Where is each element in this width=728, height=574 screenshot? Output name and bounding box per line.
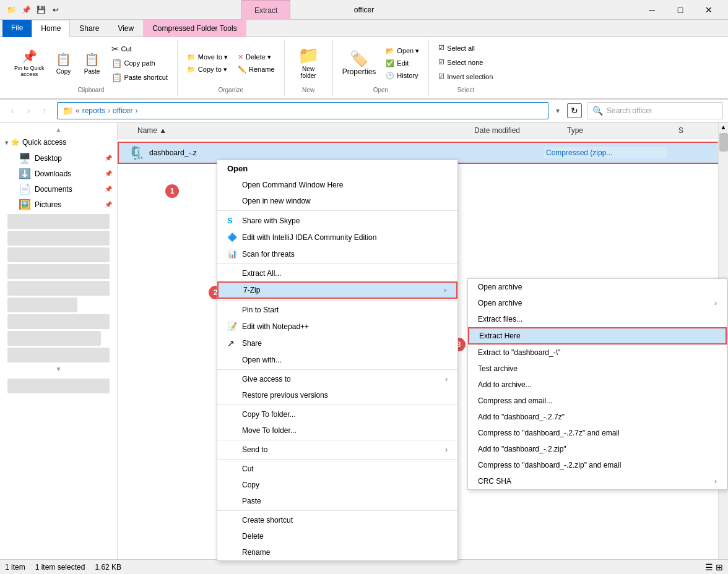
- menu-item-open-new-window[interactable]: Open in new window: [217, 193, 457, 209]
- col-name[interactable]: Name ▲: [132, 125, 469, 136]
- file-name: dashboard_-.z: [149, 148, 451, 157]
- submenu-extract-here[interactable]: Extract Here: [468, 327, 727, 345]
- tab-file[interactable]: File: [2, 20, 32, 37]
- tab-home[interactable]: Home: [32, 20, 70, 37]
- tab-view[interactable]: View: [108, 20, 143, 37]
- menu-item-notepad[interactable]: 📝 Edit with Notepad++: [217, 318, 457, 335]
- back-button[interactable]: ‹: [5, 103, 20, 118]
- submenu-compress-email[interactable]: Compress and email...: [468, 393, 727, 409]
- copy-to-button[interactable]: 📁 Copy to ▾: [183, 64, 232, 75]
- select-none-button[interactable]: ☑ Select none: [434, 56, 497, 68]
- invert-selection-button[interactable]: ☑ Invert selection: [434, 71, 497, 82]
- menu-item-open-header[interactable]: Open: [217, 160, 457, 177]
- submenu-open-archive-2[interactable]: Open archive ›: [468, 295, 727, 311]
- maximize-button[interactable]: □: [666, 0, 695, 20]
- pin-to-quick-access-button[interactable]: 📌 Pin to Quickaccess: [10, 46, 49, 80]
- col-size[interactable]: S: [674, 125, 723, 136]
- address-dropdown-button[interactable]: ▾: [553, 106, 562, 115]
- menu-item-7zip[interactable]: 7-Zip ›: [217, 281, 457, 299]
- menu-item-paste[interactable]: Paste: [217, 493, 457, 509]
- menu-item-share[interactable]: ↗ Share: [217, 335, 457, 352]
- edit-button[interactable]: ✅ Edit: [381, 58, 423, 69]
- submenu-add-7z[interactable]: Add to "dashboard_-.2.7z": [468, 409, 727, 425]
- up-button[interactable]: ↑: [37, 103, 52, 118]
- sidebar-scroll: ▲ ▾ ⭐ Quick access 🖥️ Desktop 📌 ⬇️ Downl…: [0, 125, 117, 574]
- copy-button[interactable]: 📋 Copy: [50, 49, 77, 78]
- menu-item-restore-versions[interactable]: Restore previous versions: [217, 387, 457, 403]
- scroll-thumb[interactable]: [719, 133, 728, 152]
- submenu-extract-to[interactable]: Extract to "dashboard_-\": [468, 345, 727, 361]
- submenu-compress-7z-email[interactable]: Compress to "dashboard_-.2.7z" and email: [468, 425, 727, 441]
- menu-item-cut[interactable]: Cut: [217, 461, 457, 477]
- menu-item-copy-to-folder[interactable]: Copy To folder...: [217, 406, 457, 422]
- col-date[interactable]: Date modified: [469, 125, 562, 136]
- menu-item-create-shortcut[interactable]: Create shortcut: [217, 512, 457, 528]
- tab-share[interactable]: Share: [70, 20, 108, 37]
- close-button[interactable]: ✕: [695, 0, 723, 20]
- sidebar-scroll-up[interactable]: ▲: [0, 125, 117, 134]
- paste-button[interactable]: 📋 Paste: [79, 49, 106, 78]
- search-box[interactable]: 🔍 Search officer: [587, 102, 723, 119]
- delete-icon: ✕: [238, 53, 243, 61]
- breadcrumb-officer[interactable]: officer: [113, 106, 132, 115]
- skype-icon: S: [227, 216, 237, 225]
- extract-to-label: Extract to "dashboard_-\": [478, 348, 560, 357]
- open-dropdown-button[interactable]: 📂 Open ▾: [381, 45, 423, 57]
- menu-item-open-command-window[interactable]: Open Command Window Here: [217, 177, 457, 193]
- forward-button[interactable]: ›: [21, 103, 36, 118]
- menu-item-share-skype[interactable]: S Share with Skype: [217, 212, 457, 229]
- large-icons-view-button[interactable]: ⊞: [716, 562, 723, 572]
- col-type[interactable]: Type: [562, 125, 674, 136]
- details-view-button[interactable]: ☰: [705, 562, 713, 572]
- menu-item-move-to-folder[interactable]: Move To folder...: [217, 422, 457, 439]
- submenu-open-archive-1[interactable]: Open archive: [468, 279, 727, 295]
- menu-item-open-with[interactable]: Open with...: [217, 352, 457, 368]
- sidebar-item-documents[interactable]: 📄 Documents 📌: [0, 181, 117, 197]
- submenu-extract-files[interactable]: Extract files...: [468, 311, 727, 327]
- menu-item-give-access[interactable]: Give access to ›: [217, 371, 457, 387]
- menu-item-rename[interactable]: Rename: [217, 544, 457, 560]
- menu-item-send-to[interactable]: Send to ›: [217, 442, 457, 458]
- breadcrumb-reports[interactable]: reports: [82, 106, 105, 115]
- rename-ctx-label: Rename: [242, 548, 270, 557]
- address-path[interactable]: 📁 « reports › officer ›: [57, 102, 548, 119]
- select-all-button[interactable]: ☑ Select all: [434, 42, 497, 54]
- refresh-button[interactable]: ↻: [567, 103, 582, 118]
- sidebar-item-pictures[interactable]: 🖼️ Pictures 📌: [0, 197, 117, 212]
- pictures-label: Pictures: [35, 200, 61, 209]
- menu-item-copy[interactable]: Copy: [217, 477, 457, 493]
- status-selected-count: 1 item selected: [35, 563, 85, 572]
- menu-item-delete[interactable]: Delete: [217, 528, 457, 544]
- menu-item-extract-all[interactable]: Extract All...: [217, 265, 457, 281]
- ribbon-group-select: ☑ Select all ☑ Select none ☑ Invert sele…: [429, 40, 502, 96]
- minimize-button[interactable]: ─: [638, 0, 666, 20]
- submenu-add-zip[interactable]: Add to "dashboard_-.2.zip": [468, 441, 727, 457]
- tab-compressed-folder-tools[interactable]: Compressed Folder Tools: [143, 20, 246, 37]
- properties-button[interactable]: 🏷️ Properties: [338, 47, 381, 79]
- history-button[interactable]: 🕐 History: [381, 70, 423, 82]
- submenu-test-archive[interactable]: Test archive: [468, 361, 727, 377]
- submenu-crc-sha[interactable]: CRC SHA ›: [468, 473, 727, 489]
- send-to-label: Send to: [242, 445, 267, 454]
- rename-button[interactable]: ✏️ Rename: [233, 64, 279, 75]
- menu-item-scan[interactable]: 📊 Scan for threats: [217, 246, 457, 262]
- add-zip-label: Add to "dashboard_-.2.zip": [478, 445, 566, 453]
- sidebar-item-desktop[interactable]: 🖥️ Desktop 📌: [0, 150, 117, 166]
- paste-shortcut-button[interactable]: 📋 Paste shortcut: [107, 71, 172, 84]
- downloads-icon: ⬇️: [19, 168, 31, 179]
- copy-path-button[interactable]: 📋 Copy path: [107, 56, 172, 70]
- cut-button[interactable]: ✂ Cut: [107, 42, 172, 56]
- sidebar-item-downloads[interactable]: ⬇️ Downloads 📌: [0, 166, 117, 181]
- file-type: Compressed (zipp...: [544, 147, 667, 158]
- sidebar-scroll-down[interactable]: ▼: [0, 364, 117, 374]
- menu-item-pin-start[interactable]: Pin to Start: [217, 302, 457, 318]
- scroll-up-btn[interactable]: ▲: [719, 122, 728, 132]
- submenu-compress-zip-email[interactable]: Compress to "dashboard_-.2.zip" and emai…: [468, 457, 727, 473]
- menu-item-intellij[interactable]: 🔷 Edit with IntelliJ IDEA Community Edit…: [217, 229, 457, 246]
- submenu-add-to-archive[interactable]: Add to archive...: [468, 377, 727, 393]
- delete-button[interactable]: ✕ Delete ▾: [233, 51, 279, 63]
- move-to-button[interactable]: 📁 Move to ▾: [183, 51, 232, 63]
- new-folder-button[interactable]: 📁 Newfolder: [290, 42, 327, 82]
- sidebar-quick-access[interactable]: ▾ ⭐ Quick access: [0, 134, 117, 150]
- extract-tab[interactable]: Extract: [241, 0, 290, 20]
